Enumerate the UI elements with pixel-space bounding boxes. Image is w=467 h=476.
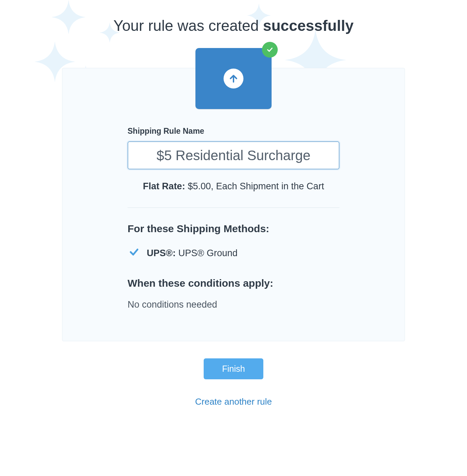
rule-name-label: Shipping Rule Name [128,127,339,136]
conditions-text: No conditions needed [128,299,339,310]
flat-rate-label: Flat Rate: [143,181,185,191]
finish-button[interactable]: Finish [204,358,264,379]
flat-rate-summary: Flat Rate: $5.00, Each Shipment in the C… [128,181,339,192]
conditions-heading: When these conditions apply: [128,277,339,289]
title-emphasis: successfully [263,17,354,34]
create-another-link[interactable]: Create another rule [62,396,405,407]
flat-rate-value: $5.00, Each Shipment in the Cart [185,181,324,191]
methods-heading: For these Shipping Methods: [128,223,339,235]
carrier-name: UPS®: [147,248,176,258]
service-name: UPS® Ground [176,248,237,258]
success-check-icon [262,42,278,58]
title-prefix: Your rule was created [113,17,263,34]
rule-name-input[interactable] [128,141,339,169]
page-title: Your rule was created successfully [0,17,467,34]
check-icon [129,247,139,260]
divider [128,207,339,208]
shipping-method-item: UPS®: UPS® Ground [128,247,339,260]
arrow-up-icon [224,69,243,88]
shipping-method-text: UPS®: UPS® Ground [147,248,238,259]
rule-icon-card [195,48,272,109]
